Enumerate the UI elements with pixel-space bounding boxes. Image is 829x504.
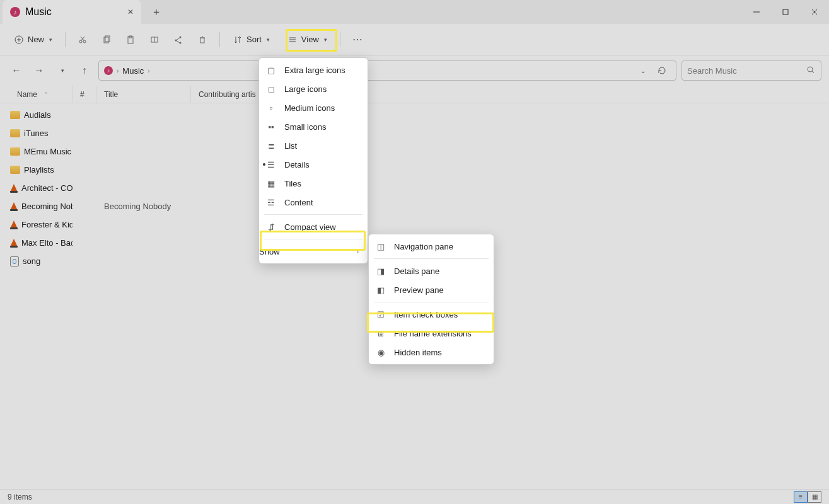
up-button[interactable]: ↑ — [76, 62, 93, 79]
menu-compact-view[interactable]: ⇵Compact view — [259, 217, 368, 236]
view-button[interactable]: View ▾ — [281, 29, 333, 50]
menu-item-checkboxes[interactable]: ☑Item check boxes — [369, 305, 494, 324]
svg-line-9 — [81, 37, 84, 40]
recent-button[interactable]: ▾ — [53, 62, 71, 79]
chevron-down-icon: ▾ — [267, 37, 270, 43]
chevron-down-icon: ▾ — [49, 37, 52, 43]
cut-button[interactable] — [72, 29, 93, 50]
menu-file-name-extensions[interactable]: 🗎File name extensions — [369, 324, 494, 343]
list-item[interactable]: Forester & Kidn... — [0, 215, 829, 234]
list-item[interactable]: MEmu Music — [0, 142, 829, 161]
refresh-button[interactable] — [653, 62, 671, 79]
menu-navigation-pane[interactable]: ◫Navigation pane — [369, 237, 494, 256]
large-icon: ◻ — [265, 84, 277, 94]
small-icon: ▪▪ — [265, 122, 277, 132]
sort-button[interactable]: Sort ▾ — [226, 29, 276, 50]
menu-content[interactable]: ☲Content — [259, 193, 368, 212]
file-title: Becoming Nobody — [96, 202, 191, 211]
compact-icon: ⇵ — [265, 222, 277, 232]
file-icon — [10, 256, 19, 266]
tab-title: Music — [25, 6, 52, 18]
folder-icon — [10, 129, 20, 137]
list-item[interactable]: Playlists — [0, 161, 829, 179]
tab-close-button[interactable]: ✕ — [127, 8, 134, 16]
navigation-row: ← → ▾ ↑ ♪ › Music › ⌄ Search Music — [0, 55, 829, 86]
folder-icon — [10, 111, 20, 119]
search-input[interactable]: Search Music — [681, 60, 821, 81]
svg-rect-12 — [105, 36, 110, 42]
rename-button[interactable] — [144, 29, 165, 50]
tab-music[interactable]: ♪ Music ✕ — [3, 0, 141, 24]
media-icon — [10, 184, 18, 192]
share-button[interactable] — [168, 29, 189, 50]
status-bar: 9 items ≡ ▦ — [0, 489, 829, 504]
music-icon: ♪ — [10, 7, 20, 17]
list-item[interactable]: Becoming Nob...Becoming Nobody — [0, 197, 829, 215]
list-item[interactable]: Audials — [0, 106, 829, 124]
column-number[interactable]: # — [72, 86, 96, 103]
delete-button[interactable] — [192, 29, 213, 50]
view-menu: ▢Extra large icons ◻Large icons ▫Medium … — [258, 57, 368, 264]
maximize-button[interactable] — [771, 0, 800, 24]
address-dropdown-button[interactable]: ⌄ — [634, 62, 652, 79]
breadcrumb-music[interactable]: Music — [122, 66, 144, 76]
menu-medium-icons[interactable]: ▫Medium icons — [259, 98, 368, 117]
file-name: Audials — [24, 110, 51, 120]
file-name: Playlists — [24, 165, 54, 175]
toolbar: New ▾ Sort ▾ View ▾ ⋯ — [0, 24, 829, 55]
sort-label: Sort — [246, 35, 262, 44]
menu-show[interactable]: Show› — [259, 242, 368, 261]
paste-button[interactable] — [120, 29, 141, 50]
copy-button[interactable] — [96, 29, 117, 50]
content-icon: ☲ — [265, 198, 277, 207]
file-icon: 🗎 — [375, 329, 386, 338]
svg-point-18 — [180, 36, 182, 38]
checkbox-icon: ☑ — [375, 310, 386, 319]
svg-rect-11 — [104, 37, 108, 43]
menu-details[interactable]: ☰Details — [259, 155, 368, 174]
column-title[interactable]: Title — [96, 86, 191, 103]
media-icon — [10, 202, 18, 210]
music-icon: ♪ — [104, 66, 113, 75]
menu-tiles[interactable]: ▦Tiles — [259, 174, 368, 193]
menu-extra-large-icons[interactable]: ▢Extra large icons — [259, 60, 368, 79]
new-button[interactable]: New ▾ — [8, 29, 59, 50]
menu-preview-pane[interactable]: ◧Preview pane — [369, 280, 494, 299]
media-icon — [10, 239, 18, 247]
svg-rect-1 — [783, 9, 788, 14]
breadcrumb-separator: › — [117, 67, 119, 74]
extra-large-icon: ▢ — [265, 66, 277, 75]
menu-large-icons[interactable]: ◻Large icons — [259, 79, 368, 98]
folder-icon — [10, 147, 20, 156]
menu-hidden-items[interactable]: ◉Hidden items — [369, 343, 494, 362]
icons-view-toggle[interactable]: ▦ — [808, 491, 821, 503]
details-view-toggle[interactable]: ≡ — [794, 491, 808, 503]
file-name: Max Elto - Back... — [21, 238, 72, 248]
address-bar[interactable]: ♪ › Music › ⌄ — [98, 60, 676, 81]
menu-list[interactable]: ≣List — [259, 136, 368, 155]
menu-details-pane[interactable]: ◨Details pane — [369, 261, 494, 280]
forward-button[interactable]: → — [30, 62, 48, 79]
medium-icon: ▫ — [265, 103, 277, 113]
file-name: Architect - COL... — [21, 183, 72, 193]
view-label: View — [301, 35, 319, 44]
column-name[interactable]: Name⌃ — [0, 86, 72, 103]
chevron-down-icon: ▾ — [324, 37, 327, 43]
preview-pane-icon: ◧ — [375, 285, 386, 295]
new-label: New — [28, 35, 44, 44]
list-item[interactable]: iTunes — [0, 124, 829, 142]
svg-point-8 — [83, 40, 86, 43]
search-icon — [806, 65, 816, 77]
selected-bullet-icon — [263, 163, 265, 166]
menu-small-icons[interactable]: ▪▪Small icons — [259, 117, 368, 136]
back-button[interactable]: ← — [8, 62, 25, 79]
list-item[interactable]: Architect - COL... — [0, 179, 829, 197]
list-icon: ≣ — [265, 141, 277, 151]
new-tab-button[interactable]: ＋ — [146, 2, 166, 22]
more-button[interactable]: ⋯ — [347, 29, 368, 50]
details-icon: ☰ — [265, 160, 277, 169]
folder-icon — [10, 166, 20, 174]
minimize-button[interactable] — [742, 0, 771, 24]
close-button[interactable] — [800, 0, 829, 24]
svg-line-29 — [812, 71, 814, 73]
